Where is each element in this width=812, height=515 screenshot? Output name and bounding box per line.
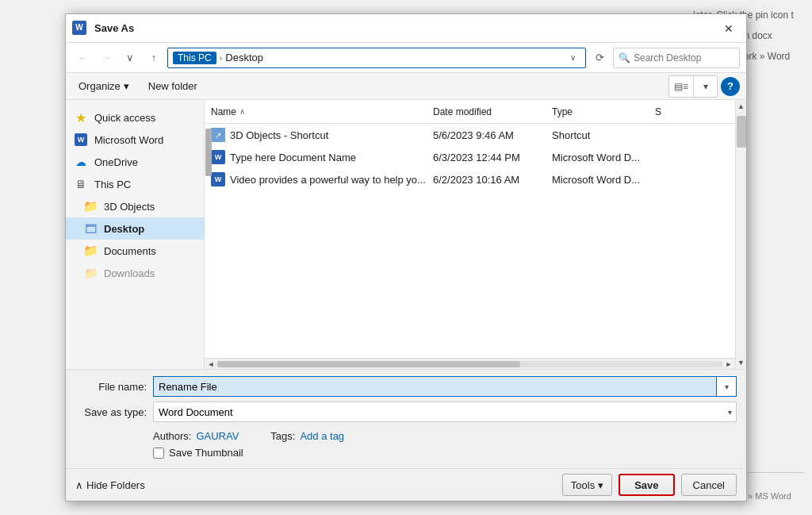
filename-input-group: ▾ — [153, 376, 737, 397]
col-header-date[interactable]: Date modified — [427, 103, 546, 120]
vertical-scrollbar: ▲ ▼ — [735, 100, 746, 369]
file-row[interactable]: W Type here Document Name 6/3/2023 12:44… — [205, 146, 735, 168]
organize-arrow: ▾ — [124, 80, 129, 92]
filename-input[interactable] — [153, 376, 716, 397]
sidebar: ★ Quick access W Microsoft Word ☁ OneDri… — [66, 100, 205, 369]
sidebar-label-microsoft-word: Microsoft Word — [94, 134, 163, 146]
nav-dropdown-button[interactable]: ∨ — [120, 48, 140, 68]
titlebar: W Save As ✕ — [66, 14, 746, 43]
col-header-size[interactable]: S — [649, 103, 735, 120]
save-as-dialog: W Save As ✕ ← → ∨ ↑ This PC › Desktop ∨ … — [65, 13, 747, 502]
hscroll-right-button[interactable]: ► — [722, 359, 735, 370]
help-button[interactable]: ? — [721, 77, 740, 96]
file-row[interactable]: ↗ 3D Objects - Shortcut 5/6/2023 9:46 AM… — [205, 124, 735, 146]
cancel-button[interactable]: Cancel — [681, 474, 737, 496]
refresh-button[interactable]: ⟳ — [589, 48, 610, 68]
tools-button[interactable]: Tools ▾ — [562, 474, 612, 496]
filename-label: File name: — [75, 381, 147, 393]
file-row[interactable]: W Video provides a powerful way to help … — [205, 168, 735, 190]
new-folder-label: New folder — [148, 80, 197, 92]
hide-folders-arrow-icon: ∧ — [75, 479, 83, 491]
sidebar-scrollbar: ▲ ▼ — [205, 100, 213, 369]
filename-row: File name: ▾ — [75, 376, 737, 397]
search-icon: 🔍 — [619, 52, 630, 63]
shortcut-icon: ↗ — [211, 128, 225, 142]
address-desktop[interactable]: Desktop — [225, 52, 263, 63]
back-button[interactable]: ← — [72, 48, 93, 68]
thumbnail-label[interactable]: Save Thumbnail — [153, 447, 243, 459]
filename-dropdown-button[interactable]: ▾ — [716, 376, 737, 397]
sidebar-item-this-pc[interactable]: 🖥 This PC — [66, 173, 204, 195]
word-icon: W — [74, 133, 88, 147]
organize-button[interactable]: Organize ▾ — [72, 76, 136, 97]
hide-folders-button[interactable]: ∧ Hide Folders — [75, 479, 145, 491]
savetype-select[interactable]: Word Document Word 97-2003 Document PDF … — [153, 402, 737, 422]
word-file-icon: W — [211, 150, 225, 164]
sidebar-item-microsoft-word[interactable]: W Microsoft Word — [66, 129, 204, 151]
sidebar-label-onedrive: OneDrive — [94, 156, 138, 168]
col-header-type[interactable]: Type — [546, 103, 649, 120]
vscroll-up-button[interactable]: ▲ — [736, 100, 746, 113]
forward-button[interactable]: → — [96, 48, 117, 68]
close-button[interactable]: ✕ — [718, 20, 740, 37]
hscroll-track — [217, 361, 722, 367]
vscroll-down-button[interactable]: ▼ — [736, 356, 746, 369]
sidebar-item-quick-access[interactable]: ★ Quick access — [66, 106, 204, 129]
file-area: Name ∧ Date modified Type S — [205, 100, 735, 369]
address-dropdown-button[interactable]: ∨ — [565, 48, 580, 67]
savetype-select-wrapper: Word Document Word 97-2003 Document PDF … — [153, 402, 737, 422]
sidebar-label-desktop: Desktop — [104, 223, 144, 235]
horizontal-scrollbar: ◄ ► — [205, 358, 735, 369]
authors-value[interactable]: GAURAV — [196, 430, 239, 442]
dialog-title: Save As — [94, 22, 718, 34]
toolbar: Organize ▾ New folder ▤≡ ▾ ? — [66, 73, 746, 100]
view-dropdown-button[interactable]: ▾ — [693, 76, 717, 97]
file-date-2: 6/2/2023 10:16 AM — [427, 174, 546, 186]
sidebar-scroll-thumb[interactable] — [205, 129, 212, 176]
address-parts: This PC › Desktop — [173, 52, 565, 64]
address-bar: This PC › Desktop ∨ — [167, 48, 586, 68]
meta-row: Authors: GAURAV Tags: Add a tag — [75, 427, 737, 442]
address-thispc[interactable]: This PC — [173, 52, 216, 64]
file-name-0: ↗ 3D Objects - Shortcut — [205, 128, 427, 142]
file-type-0: Shortcut — [546, 129, 649, 141]
view-list-button[interactable]: ▤≡ — [669, 76, 693, 97]
bottom-form: File name: ▾ Save as type: Word Document… — [66, 369, 746, 468]
vscroll-thumb[interactable] — [737, 116, 746, 148]
save-button[interactable]: Save — [619, 474, 674, 496]
authors-label: Authors: — [153, 430, 191, 442]
sidebar-item-documents[interactable]: 📁 Documents — [66, 240, 204, 262]
savetype-label: Save as type: — [75, 406, 147, 418]
hscroll-left-button[interactable]: ◄ — [205, 359, 217, 370]
sidebar-item-3d-objects[interactable]: 📁 3D Objects — [66, 195, 204, 217]
action-bar: ∧ Hide Folders Tools ▾ Save Cancel — [66, 468, 746, 501]
up-button[interactable]: ↑ — [144, 48, 164, 68]
file-type-2: Microsoft Word D... — [546, 174, 649, 186]
file-name-2: W Video provides a powerful way to help … — [205, 172, 427, 186]
new-folder-button[interactable]: New folder — [142, 76, 204, 97]
folder-downloads-icon: 📁 — [83, 266, 98, 280]
sidebar-item-downloads[interactable]: 📁 Downloads — [66, 262, 204, 284]
sort-arrow-icon: ∧ — [239, 107, 245, 116]
folder-docs-icon: 📁 — [83, 244, 98, 258]
sidebar-item-onedrive[interactable]: ☁ OneDrive — [66, 151, 204, 173]
sidebar-label-downloads: Downloads — [104, 267, 155, 279]
address-sep-1: › — [220, 53, 223, 63]
thumbnail-text: Save Thumbnail — [169, 447, 243, 459]
toolbar-right: ▤≡ ▾ ? — [668, 75, 740, 98]
hide-folders-label: Hide Folders — [86, 479, 145, 491]
tags-item: Tags: Add a tag — [270, 430, 344, 442]
thumbnail-checkbox[interactable] — [153, 448, 164, 459]
sidebar-scroll-track — [205, 113, 213, 356]
savetype-row: Save as type: Word Document Word 97-2003… — [75, 402, 737, 422]
search-input[interactable] — [634, 52, 734, 63]
word-icon: W — [72, 21, 88, 37]
content-area: ★ Quick access W Microsoft Word ☁ OneDri… — [66, 100, 746, 369]
monitor-icon: 🖥 — [74, 177, 88, 191]
tags-value[interactable]: Add a tag — [300, 430, 344, 442]
col-header-name[interactable]: Name ∧ — [205, 103, 427, 120]
file-area-wrapper: Name ∧ Date modified Type S — [205, 100, 746, 369]
hscroll-thumb[interactable] — [217, 361, 520, 367]
sidebar-item-desktop[interactable]: 🗔 Desktop — [66, 217, 204, 240]
file-list-header: Name ∧ Date modified Type S — [205, 100, 735, 124]
